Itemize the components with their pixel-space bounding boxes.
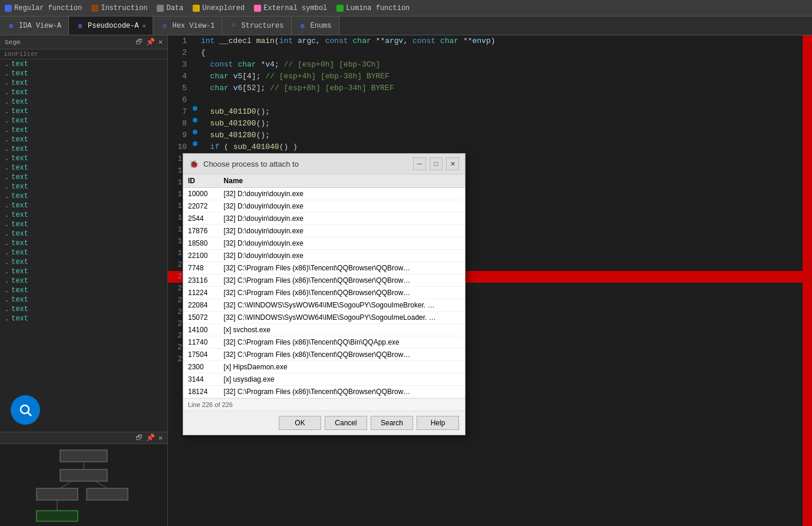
code-line[interactable]: 7 sub_4011D0(); <box>168 106 812 118</box>
segment-item[interactable]: .text <box>0 210 167 220</box>
segment-item[interactable]: .text <box>0 267 167 276</box>
process-id: 14100 <box>183 324 219 336</box>
process-row[interactable]: 10000 [32] D:\douyin\douyin.exe <box>183 188 465 200</box>
segment-item[interactable]: .text <box>0 286 167 295</box>
attach-dialog[interactable]: 🐞 Choose process to attach to ─ □ ✕ ID N… <box>183 153 466 435</box>
process-row[interactable]: 23116 [32] C:\Program Files (x86)\Tencen… <box>183 274 465 287</box>
segment-item[interactable]: .text <box>0 69 167 78</box>
segment-dot: . <box>5 98 9 106</box>
segment-item[interactable]: .text <box>0 276 167 286</box>
dialog-close-btn[interactable]: ✕ <box>446 157 459 170</box>
sidebar-btn-close[interactable]: ✕ <box>159 38 163 47</box>
code-line[interactable]: 8 sub_401200(); <box>168 118 812 130</box>
dialog-help-btn[interactable]: Help <box>417 416 459 430</box>
segment-label: text <box>11 249 28 257</box>
segment-item[interactable]: .text <box>0 191 167 201</box>
code-line[interactable]: 4 char v5[4]; // [esp+4h] [ebp-38h] BYRE… <box>168 71 812 82</box>
search-button[interactable] <box>11 395 40 425</box>
process-row[interactable]: 14100 [x] svchost.exe <box>183 324 465 336</box>
bottom-btn-window[interactable]: 🗗 <box>136 434 143 442</box>
process-id: 23116 <box>183 274 219 287</box>
code-line[interactable]: 5 char v6[52]; // [esp+8h] [ebp-34h] BYR… <box>168 82 812 94</box>
code-text: if ( sub_401040() ) <box>201 141 298 153</box>
tab-structures[interactable]: A Structures <box>222 16 291 35</box>
segment-item[interactable]: .text <box>0 163 167 173</box>
segment-list[interactable]: .text.text.text.text.text.text.text.text… <box>0 59 167 432</box>
bottom-btn-pin[interactable]: 📌 <box>146 434 155 442</box>
process-row[interactable]: 7748 [32] C:\Program Files (x86)\Tencent… <box>183 262 465 274</box>
process-row[interactable]: 22072 [32] D:\douyin\douyin.exe <box>183 200 465 213</box>
dialog-minimize-btn[interactable]: ─ <box>413 157 426 170</box>
segment-item[interactable]: .text <box>0 295 167 305</box>
segment-label: text <box>11 296 28 304</box>
tab-close-pseudo[interactable]: ✕ <box>142 22 146 29</box>
segment-item[interactable]: .text <box>0 97 167 107</box>
segment-item[interactable]: .text <box>0 135 167 144</box>
process-table: ID Name 10000 [32] D:\douyin\douyin.exe … <box>183 174 465 398</box>
process-row[interactable]: 3144 [x] usysdiag.exe <box>183 373 465 386</box>
segment-item[interactable]: .text <box>0 154 167 163</box>
segment-item[interactable]: .text <box>0 107 167 116</box>
tab-icon-pseudo: ▦ <box>76 22 84 30</box>
code-line[interactable]: 9 sub_401280(); <box>168 130 812 141</box>
segment-label: text <box>11 286 28 295</box>
process-id: 22100 <box>183 250 219 262</box>
dialog-table[interactable]: ID Name 10000 [32] D:\douyin\douyin.exe … <box>183 174 465 398</box>
code-line[interactable]: 3 const char *v4; // [esp+0h] [ebp-3Ch] <box>168 59 812 71</box>
process-id: 3144 <box>183 373 219 386</box>
segment-item[interactable]: .text <box>0 305 167 314</box>
code-line[interactable]: 6 <box>168 94 812 106</box>
sidebar-btn-window[interactable]: 🗗 <box>136 38 143 47</box>
segment-item[interactable]: .text <box>0 314 167 323</box>
segment-label: text <box>11 173 28 181</box>
segment-dot: . <box>5 88 9 97</box>
segment-label: text <box>11 154 28 163</box>
segment-item[interactable]: .text <box>0 248 167 257</box>
sidebar-btn-pin[interactable]: 📌 <box>146 38 155 47</box>
segment-dot: . <box>5 286 9 295</box>
legend-item-external: External symbol <box>254 4 327 12</box>
code-line[interactable]: 1 int __cdecl main(int argc, const char … <box>168 35 812 47</box>
process-row[interactable]: 17504 [32] C:\Program Files (x86)\Tencen… <box>183 349 465 361</box>
process-row[interactable]: 22084 [32] C:\WINDOWS\SysWOW64\IME\Sogou… <box>183 299 465 312</box>
process-row[interactable]: 2544 [32] D:\douyin\douyin.exe <box>183 213 465 225</box>
dialog-search-btn[interactable]: Search <box>371 416 413 430</box>
legend-label-unexplored: Unexplored <box>202 4 245 12</box>
process-row[interactable]: 11224 [32] C:\Program Files (x86)\Tencen… <box>183 287 465 299</box>
segment-item[interactable]: .text <box>0 78 167 88</box>
segment-item[interactable]: .text <box>0 116 167 125</box>
process-row[interactable]: 2300 [x] HipsDaemon.exe <box>183 361 465 373</box>
dialog-ok-btn[interactable]: OK <box>279 416 321 430</box>
segment-dot: . <box>5 211 9 219</box>
bottom-btn-close[interactable]: ✕ <box>159 434 163 442</box>
legend-dot-external <box>254 5 261 12</box>
segment-item[interactable]: .text <box>0 201 167 210</box>
segment-item[interactable]: .text <box>0 59 167 69</box>
tab-hex-view[interactable]: ⊞ Hex View-1 <box>153 16 222 35</box>
svg-point-9 <box>21 405 29 413</box>
code-line[interactable]: 2 { <box>168 47 812 59</box>
tab-pseudocode-a[interactable]: ▦ Pseudocode-A ✕ <box>69 16 153 35</box>
segment-dot: . <box>5 305 9 313</box>
process-row[interactable]: 11740 [32] C:\Program Files (x86)\Tencen… <box>183 336 465 349</box>
segment-item[interactable]: .text <box>0 182 167 191</box>
process-row[interactable]: 15072 [32] C:\WINDOWS\SysWOW64\IME\Sogou… <box>183 312 465 324</box>
segment-item[interactable]: .text <box>0 257 167 267</box>
process-row[interactable]: 18124 [32] C:\Program Files (x86)\Tencen… <box>183 386 465 398</box>
code-line[interactable]: 10 if ( sub_401040() ) <box>168 141 812 153</box>
segment-item[interactable]: .text <box>0 229 167 239</box>
tab-enums[interactable]: ▦ Enums <box>292 16 339 35</box>
dialog-cancel-btn[interactable]: Cancel <box>325 416 367 430</box>
segment-item[interactable]: .text <box>0 173 167 182</box>
segment-item[interactable]: .text <box>0 125 167 135</box>
segment-label: text <box>11 230 28 238</box>
segment-item[interactable]: .text <box>0 239 167 248</box>
tab-ida-view-a[interactable]: ▦ IDA View-A <box>0 16 69 35</box>
segment-item[interactable]: .text <box>0 88 167 97</box>
process-row[interactable]: 17876 [32] D:\douyin\douyin.exe <box>183 225 465 237</box>
process-row[interactable]: 22100 [32] D:\douyin\douyin.exe <box>183 250 465 262</box>
segment-item[interactable]: .text <box>0 144 167 154</box>
segment-item[interactable]: .text <box>0 220 167 229</box>
process-row[interactable]: 18580 [32] D:\douyin\douyin.exe <box>183 237 465 250</box>
dialog-maximize-btn[interactable]: □ <box>430 157 443 170</box>
